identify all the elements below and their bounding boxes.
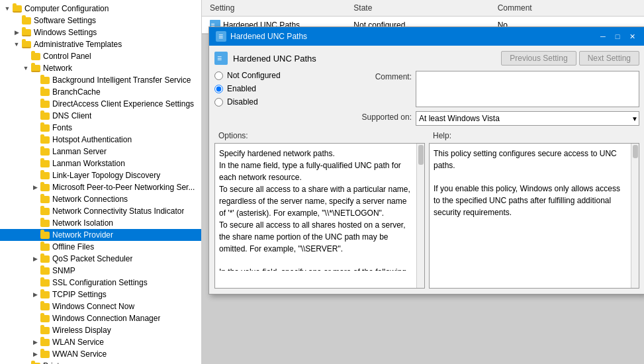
radio-not-configured[interactable]: Not Configured bbox=[214, 71, 347, 80]
tree-item-network-connections[interactable]: Network Connections bbox=[0, 193, 201, 205]
tree-item-label-branchcache: BranchCache bbox=[52, 87, 101, 97]
expand-icon-net-conn-status[interactable] bbox=[30, 206, 40, 216]
expand-icon-net-isolation[interactable] bbox=[30, 218, 40, 228]
tree-item-tcpip[interactable]: ▶TCPIP Settings bbox=[0, 289, 201, 300]
expand-icon-control-panel[interactable] bbox=[21, 52, 30, 61]
expand-icon-offline-files[interactable] bbox=[30, 242, 40, 251]
folder-icon-fonts bbox=[40, 123, 50, 132]
tree-item-dns-client[interactable]: DNS Client bbox=[0, 110, 201, 122]
maximize-button[interactable]: □ bbox=[612, 31, 623, 42]
tree-item-net-provider[interactable]: Network Provider bbox=[0, 229, 201, 241]
options-panel-wrapper: Options: Specify hardened network paths.… bbox=[214, 128, 425, 289]
tree-item-wwan-service[interactable]: ▶WWAN Service bbox=[0, 348, 201, 360]
expand-icon-wireless-display[interactable] bbox=[30, 326, 40, 335]
expand-icon-ssl-config[interactable] bbox=[30, 278, 40, 287]
tree-item-label-network: Network bbox=[43, 64, 72, 73]
help-scrollbar[interactable] bbox=[631, 144, 639, 288]
expand-icon-branchcache[interactable] bbox=[30, 87, 40, 97]
tree-item-ms-peer[interactable]: ▶Microsoft Peer-to-Peer Networking Ser..… bbox=[0, 181, 201, 193]
tree-item-link-layer[interactable]: Link-Layer Topology Discovery bbox=[0, 169, 201, 181]
tree-item-win-conn-mgr[interactable]: Windows Connection Manager bbox=[0, 312, 201, 324]
tree-item-label-offline-files: Offline Files bbox=[52, 242, 94, 251]
expand-icon-printers[interactable] bbox=[21, 361, 30, 364]
expand-icon-lanman-workstation[interactable] bbox=[30, 159, 40, 168]
tree-item-network[interactable]: ▼Network bbox=[0, 62, 201, 74]
hardened-unc-dialog: ≡ Hardened UNC Paths ─ □ ✕ ≡ Hardened UN… bbox=[208, 26, 644, 295]
folder-icon-printers bbox=[30, 361, 41, 364]
expand-icon-link-layer[interactable] bbox=[30, 171, 40, 180]
supported-select[interactable]: At least Windows Vista bbox=[416, 111, 639, 126]
tree-item-net-conn-status[interactable]: Network Connectivity Status Indicator bbox=[0, 205, 201, 217]
expand-icon-qos[interactable]: ▶ bbox=[30, 254, 40, 263]
help-panel: This policy setting configures secure ac… bbox=[429, 143, 639, 289]
tree-item-ssl-config[interactable]: SSL Configuration Settings bbox=[0, 277, 201, 289]
tree-item-windows-settings[interactable]: ▶Windows Settings bbox=[0, 26, 201, 38]
tree-item-offline-files[interactable]: Offline Files bbox=[0, 241, 201, 253]
expand-icon-net-provider[interactable] bbox=[30, 230, 40, 240]
dialog-controls: ─ □ ✕ bbox=[597, 31, 638, 42]
radio-not-configured-label: Not Configured bbox=[227, 71, 281, 80]
tree-item-lanman-server[interactable]: Lanman Server bbox=[0, 146, 201, 158]
expand-icon-win-conn-mgr[interactable] bbox=[30, 314, 40, 323]
expand-icon-computer-config[interactable]: ▼ bbox=[3, 4, 12, 13]
expand-icon-wwan-service[interactable]: ▶ bbox=[30, 349, 40, 359]
prev-setting-button[interactable]: Previous Setting bbox=[501, 51, 576, 66]
tree-item-admin-templates[interactable]: ▼Administrative Templates bbox=[0, 38, 201, 50]
expand-icon-network[interactable]: ▼ bbox=[21, 64, 30, 73]
tree-item-win-connect-now[interactable]: Windows Connect Now bbox=[0, 300, 201, 312]
expand-icon-directaccess[interactable] bbox=[30, 99, 40, 109]
folder-icon-directaccess bbox=[40, 99, 50, 109]
expand-icon-background[interactable] bbox=[30, 75, 40, 85]
dialog-body: ≡ Hardened UNC Paths Previous Setting Ne… bbox=[209, 46, 644, 294]
expand-icon-dns-client[interactable] bbox=[30, 111, 40, 120]
folder-icon-tcpip bbox=[40, 290, 50, 299]
expand-icon-ms-peer[interactable]: ▶ bbox=[30, 183, 40, 192]
expand-icon-fonts[interactable] bbox=[30, 123, 40, 132]
folder-icon-link-layer bbox=[40, 171, 50, 180]
minimize-button[interactable]: ─ bbox=[597, 31, 609, 42]
tree-item-computer-config[interactable]: ▼Computer Configuration bbox=[0, 3, 201, 15]
expand-icon-lanman-server[interactable] bbox=[30, 147, 40, 156]
help-scrollbar-thumb bbox=[633, 145, 638, 158]
col-setting: Setting bbox=[207, 2, 351, 14]
expand-icon-snmp[interactable] bbox=[30, 266, 40, 275]
radio-enabled[interactable]: Enabled bbox=[214, 84, 347, 93]
supported-label: Supported on: bbox=[352, 111, 412, 122]
tree-item-qos[interactable]: ▶QoS Packet Scheduler bbox=[0, 253, 201, 265]
tree-item-directaccess[interactable]: DirectAccess Client Experience Settings bbox=[0, 98, 201, 110]
tree-item-printers[interactable]: Printers bbox=[0, 360, 201, 364]
tree-item-net-isolation[interactable]: Network Isolation bbox=[0, 217, 201, 229]
options-scrollbar[interactable] bbox=[416, 144, 424, 288]
tree-item-label-software-settings: Software Settings bbox=[34, 16, 96, 25]
close-button[interactable]: ✕ bbox=[626, 31, 638, 42]
expand-icon-admin-templates[interactable]: ▼ bbox=[12, 40, 21, 49]
folder-icon-ssl-config bbox=[40, 278, 50, 287]
tree-item-label-win-conn-mgr: Windows Connection Manager bbox=[52, 314, 160, 323]
expand-icon-hotspot[interactable] bbox=[30, 135, 40, 144]
dialog-nav-buttons: Previous Setting Next Setting bbox=[501, 51, 639, 66]
tree-item-wlan-service[interactable]: ▶WLAN Service bbox=[0, 336, 201, 348]
tree-item-snmp[interactable]: SNMP bbox=[0, 265, 201, 277]
right-panel: Setting State Comment Hardened UNC Paths… bbox=[202, 0, 644, 364]
tree-item-hotspot[interactable]: Hotspot Authentication bbox=[0, 134, 201, 146]
comment-textarea[interactable] bbox=[416, 71, 639, 107]
expand-icon-tcpip[interactable]: ▶ bbox=[30, 290, 40, 299]
expand-icon-network-connections[interactable] bbox=[30, 195, 40, 204]
tree-item-background[interactable]: Background Intelligent Transfer Service bbox=[0, 74, 201, 86]
tree-item-software-settings[interactable]: Software Settings bbox=[0, 15, 201, 26]
expand-icon-software-settings[interactable] bbox=[12, 16, 21, 25]
folder-icon-lanman-workstation bbox=[40, 159, 50, 168]
svg-text:≡: ≡ bbox=[217, 54, 222, 63]
tree-item-fonts[interactable]: Fonts bbox=[0, 122, 201, 134]
tree-item-wireless-display[interactable]: Wireless Display bbox=[0, 324, 201, 336]
tree-item-control-panel[interactable]: Control Panel bbox=[0, 50, 201, 62]
dialog-radio-panel: Not Configured Enabled Disabled bbox=[214, 71, 347, 126]
expand-icon-wlan-service[interactable]: ▶ bbox=[30, 338, 40, 347]
tree-item-branchcache[interactable]: BranchCache bbox=[0, 86, 201, 98]
tree-item-lanman-workstation[interactable]: Lanman Workstation bbox=[0, 158, 201, 169]
expand-icon-windows-settings[interactable]: ▶ bbox=[12, 28, 21, 37]
next-setting-button[interactable]: Next Setting bbox=[579, 51, 639, 66]
expand-icon-win-connect-now[interactable] bbox=[30, 302, 40, 311]
radio-disabled[interactable]: Disabled bbox=[214, 97, 347, 107]
dialog-header-title: Hardened UNC Paths bbox=[233, 54, 316, 64]
